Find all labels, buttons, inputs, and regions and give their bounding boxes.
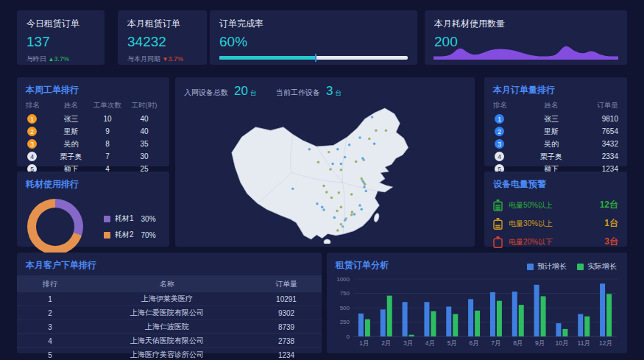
legend-swatch [527, 264, 534, 270]
table-cell: 10291 [251, 295, 322, 303]
table-cell: 9810 [580, 115, 618, 123]
bar-expected[interactable] [424, 302, 429, 336]
bar-expected[interactable] [490, 292, 495, 336]
x-tick-label: 11月 [578, 339, 590, 347]
table-row[interactable]: 4上海天佑医院有限公司2738 [17, 334, 322, 348]
map-marker[interactable] [348, 144, 350, 146]
bar-expected[interactable] [512, 292, 517, 336]
legend-value: 70% [141, 231, 156, 239]
panel-device-map: 入网设备总数 20 台 当前工作设备 3 台 [175, 77, 475, 247]
bar-expected[interactable] [446, 306, 451, 336]
map-marker[interactable] [371, 116, 373, 118]
map-marker[interactable] [340, 163, 342, 165]
map-marker[interactable] [291, 188, 294, 190]
bar-expected[interactable] [403, 302, 408, 336]
col-header-hours: 工时(时) [128, 101, 160, 110]
map-marker[interactable] [338, 191, 340, 194]
map-marker[interactable] [358, 136, 361, 138]
map-marker[interactable] [336, 148, 339, 150]
map-marker[interactable] [330, 197, 333, 199]
bar-actual[interactable] [541, 296, 546, 336]
map-marker[interactable] [344, 156, 346, 158]
bar-actual[interactable] [365, 320, 370, 336]
completion-progress-bar[interactable] [219, 56, 408, 60]
legend-item-expected[interactable]: 预计增长 [527, 261, 567, 272]
map-marker[interactable] [317, 160, 319, 163]
legend-item[interactable]: 耗材1 30% [104, 213, 156, 224]
map-marker[interactable] [340, 223, 342, 225]
map-marker[interactable] [363, 186, 365, 188]
kpi-card-consumables: 本月耗材使用数量 200 [425, 10, 627, 65]
bar-expected[interactable] [600, 283, 605, 336]
bar-expected[interactable] [534, 285, 539, 336]
map-marker[interactable] [336, 210, 338, 212]
table-cell: 2738 [251, 337, 322, 345]
progress-marker[interactable] [315, 54, 316, 62]
bar-actual[interactable] [497, 301, 502, 336]
map-marker[interactable] [328, 151, 330, 153]
table-cell: 2 [26, 127, 55, 136]
table-row[interactable]: 3上海仁波医院8739 [17, 320, 322, 334]
bar-chart[interactable]: 025050075010001月2月3月4月5月6月7月8月9月10月11月12… [331, 273, 623, 354]
map-marker[interactable] [329, 168, 331, 170]
map-marker[interactable] [351, 211, 353, 213]
map-marker[interactable] [333, 216, 336, 219]
table-cell: 上海仁波医院 [83, 322, 251, 332]
table-row[interactable]: 2上海仁爱医院有限公司9302 [17, 306, 322, 320]
bar-actual[interactable] [562, 329, 567, 336]
map-marker[interactable] [340, 206, 342, 208]
bar-actual[interactable] [519, 305, 524, 336]
map-marker[interactable] [368, 138, 370, 140]
bar-actual[interactable] [475, 311, 480, 336]
bar-expected[interactable] [468, 299, 473, 336]
y-tick-label: 250 [340, 319, 350, 325]
map-marker[interactable] [322, 185, 325, 187]
map-marker[interactable] [350, 213, 353, 216]
bar-actual[interactable] [409, 335, 414, 336]
bar-actual[interactable] [584, 317, 590, 336]
stat-unit: 台 [335, 88, 342, 98]
map-marker[interactable] [340, 169, 342, 171]
map-marker[interactable] [373, 143, 375, 145]
map-marker[interactable] [308, 148, 311, 150]
map-marker[interactable] [336, 229, 339, 231]
bar-actual[interactable] [453, 314, 458, 336]
map-marker[interactable] [375, 129, 377, 131]
map-marker[interactable] [363, 158, 365, 160]
table-row[interactable]: 1上海伊莱美医疗10291 [17, 292, 322, 306]
col-header-rank: 排名 [493, 101, 523, 110]
map-marker[interactable] [344, 219, 346, 222]
map-marker[interactable] [363, 181, 365, 183]
x-tick-label: 9月 [535, 339, 545, 347]
map-marker[interactable] [361, 177, 363, 180]
panel-order-analysis: 租赁订单分析 预计增长 实际增长 025050075010001月2月3月4月5… [327, 253, 627, 353]
bar-expected[interactable] [381, 309, 386, 336]
china-map[interactable] [181, 99, 469, 244]
map-marker[interactable] [316, 202, 318, 205]
bar-expected[interactable] [358, 314, 364, 336]
bar-actual[interactable] [606, 294, 612, 336]
map-marker[interactable] [342, 225, 344, 227]
donut-chart-area: 耗材1 30% 耗材2 70% [17, 194, 169, 255]
map-marker[interactable] [361, 208, 363, 211]
legend-item[interactable]: 耗材2 70% [104, 230, 156, 240]
map-marker[interactable] [385, 129, 387, 131]
table-cell: 40 [128, 127, 160, 135]
map-marker[interactable] [358, 204, 361, 206]
bar-actual[interactable] [431, 311, 436, 336]
map-marker[interactable] [322, 208, 325, 211]
map-marker[interactable] [350, 193, 353, 195]
bar-actual[interactable] [387, 296, 392, 336]
bar-expected[interactable] [578, 314, 583, 336]
map-marker[interactable] [325, 191, 328, 193]
map-marker[interactable] [353, 213, 355, 215]
table-row[interactable]: 5上海医疗美容诊所公司1234 [17, 348, 322, 360]
bar-expected[interactable] [556, 323, 561, 336]
legend-item-actual[interactable]: 实际增长 [577, 261, 617, 272]
china-outline [232, 108, 408, 239]
map-marker[interactable] [321, 206, 323, 208]
map-marker[interactable] [355, 160, 357, 163]
map-marker[interactable] [331, 163, 333, 165]
table-cell: 上海医疗美容诊所公司 [83, 350, 251, 360]
map-marker[interactable] [365, 190, 367, 192]
